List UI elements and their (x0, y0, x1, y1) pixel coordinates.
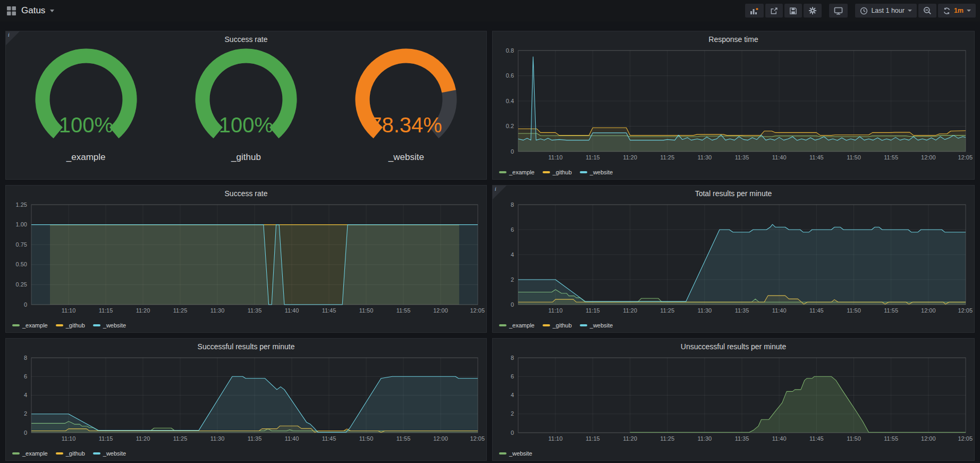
dashboard-title[interactable]: Gatus (21, 5, 45, 16)
panel-title[interactable]: Total results per minute (493, 186, 974, 200)
panel-unsuccessful-results: Unsuccessful results per minute 0246811:… (492, 338, 975, 461)
svg-text:11:40: 11:40 (285, 435, 299, 442)
svg-text:11:25: 11:25 (173, 435, 188, 442)
legend-label: _github (553, 169, 572, 175)
clock-icon (860, 7, 868, 15)
legend-label: _github (553, 322, 572, 329)
svg-text:0: 0 (24, 301, 27, 308)
legend-item-_github[interactable]: _github (543, 169, 572, 175)
svg-text:0.4: 0.4 (506, 98, 514, 104)
svg-text:0.6: 0.6 (506, 72, 514, 79)
legend-item-_website[interactable]: _website (93, 450, 126, 457)
svg-text:11:20: 11:20 (623, 307, 637, 314)
svg-text:11:25: 11:25 (660, 154, 674, 161)
svg-text:6: 6 (511, 373, 514, 380)
svg-text:12:05: 12:05 (958, 154, 973, 161)
svg-text:11:50: 11:50 (847, 154, 861, 161)
svg-text:11:10: 11:10 (62, 307, 76, 314)
chart-svg: 0246811:1011:1511:2011:2511:3011:3511:40… (494, 201, 973, 315)
time-range-picker[interactable]: Last 1 hour (855, 4, 917, 18)
total-results-chart[interactable]: 0246811:1011:1511:2011:2511:3011:3511:40… (494, 201, 973, 315)
svg-text:0.8: 0.8 (506, 47, 514, 54)
legend-item-_github[interactable]: _github (56, 322, 85, 329)
refresh-button[interactable]: 1m (938, 4, 976, 18)
svg-text:11:25: 11:25 (660, 435, 674, 442)
legend-item-_github[interactable]: _github (56, 450, 85, 457)
gauge-label: _example (6, 152, 166, 163)
svg-text:6: 6 (24, 373, 27, 380)
zoom-out-button[interactable] (918, 4, 936, 18)
svg-text:4: 4 (24, 392, 27, 398)
refresh-icon (943, 7, 951, 15)
legend-item-_example[interactable]: _example (499, 169, 535, 175)
svg-text:4: 4 (511, 251, 514, 258)
svg-text:4: 4 (511, 392, 514, 398)
svg-text:11:45: 11:45 (809, 154, 824, 161)
svg-text:11:25: 11:25 (660, 307, 674, 314)
svg-text:8: 8 (511, 201, 514, 208)
navbar: Gatus (0, 0, 980, 21)
panel-info-corner[interactable]: i (6, 31, 20, 45)
panel-title[interactable]: Unsuccessful results per minute (493, 339, 974, 353)
settings-button[interactable] (804, 4, 822, 18)
legend-item-_example[interactable]: _example (12, 450, 48, 457)
dashboard-dropdown-caret-icon[interactable] (50, 10, 54, 12)
legend-marker (499, 324, 506, 326)
panel-info-corner[interactable]: i (493, 186, 506, 199)
success-rate-chart[interactable]: 00.250.500.751.001.2511:1011:1511:2011:2… (7, 201, 485, 315)
svg-text:11:15: 11:15 (586, 154, 600, 161)
legend-item-_example[interactable]: _example (499, 322, 535, 329)
svg-text:11:45: 11:45 (809, 307, 824, 314)
panel-title[interactable]: Successful results per minute (6, 339, 486, 353)
add-panel-button[interactable] (745, 4, 764, 18)
share-button[interactable] (765, 4, 783, 18)
legend-marker (580, 324, 587, 326)
svg-text:2: 2 (24, 410, 27, 417)
gear-icon (808, 6, 817, 15)
legend-item-_website[interactable]: _website (93, 322, 126, 329)
legend-marker (499, 171, 506, 173)
svg-text:0: 0 (511, 301, 514, 308)
svg-text:0: 0 (24, 430, 27, 436)
gauge-arc: 100% (186, 48, 306, 149)
svg-text:0: 0 (511, 430, 514, 436)
legend-item-_website[interactable]: _website (499, 450, 532, 457)
legend-item-_website[interactable]: _website (580, 169, 613, 175)
svg-text:0.25: 0.25 (16, 281, 27, 288)
chart-svg: 0246811:1011:1511:2011:2511:3011:3511:40… (7, 355, 485, 443)
dashboard-grid-icon[interactable] (6, 6, 16, 16)
legend-marker (543, 171, 550, 173)
successful-results-chart[interactable]: 0246811:1011:1511:2011:2511:3011:3511:40… (7, 355, 485, 443)
panel-title[interactable]: Success rate (6, 186, 486, 200)
svg-text:12:00: 12:00 (921, 307, 936, 314)
legend-item-_example[interactable]: _example (12, 322, 48, 329)
time-range-caret-icon (908, 10, 912, 12)
legend-marker (12, 452, 20, 454)
legend-item-_github[interactable]: _github (543, 322, 572, 329)
svg-text:11:45: 11:45 (809, 435, 824, 442)
svg-text:12:05: 12:05 (958, 307, 973, 314)
chart-svg: 0246811:1011:1511:2011:2511:3011:3511:40… (494, 355, 973, 443)
svg-text:11:10: 11:10 (62, 435, 76, 442)
save-button[interactable] (784, 4, 802, 18)
refresh-caret-icon (967, 10, 971, 12)
tv-mode-button[interactable] (829, 4, 848, 18)
panel-title[interactable]: Success rate (6, 31, 486, 46)
svg-text:11:40: 11:40 (772, 435, 787, 442)
legend-label: _website (103, 322, 126, 329)
svg-text:11:30: 11:30 (697, 307, 712, 314)
svg-text:12:00: 12:00 (921, 154, 936, 161)
svg-text:11:30: 11:30 (210, 307, 225, 314)
panel-title[interactable]: Response time (493, 31, 974, 46)
info-icon: i (8, 32, 10, 38)
gauge-_example: 100%_example (6, 48, 166, 163)
svg-text:1.25: 1.25 (16, 201, 27, 208)
panel-total-results: i Total results per minute 0246811:1011:… (492, 185, 975, 333)
svg-text:11:15: 11:15 (586, 307, 600, 314)
share-icon (770, 7, 778, 15)
svg-text:12:00: 12:00 (433, 307, 448, 314)
unsuccessful-results-chart[interactable]: 0246811:1011:1511:2011:2511:3011:3511:40… (494, 355, 973, 443)
response-time-chart[interactable]: 00.20.40.60.811:1011:1511:2011:2511:3011… (494, 47, 973, 162)
info-icon: i (495, 186, 496, 192)
legend-item-_website[interactable]: _website (580, 322, 613, 329)
